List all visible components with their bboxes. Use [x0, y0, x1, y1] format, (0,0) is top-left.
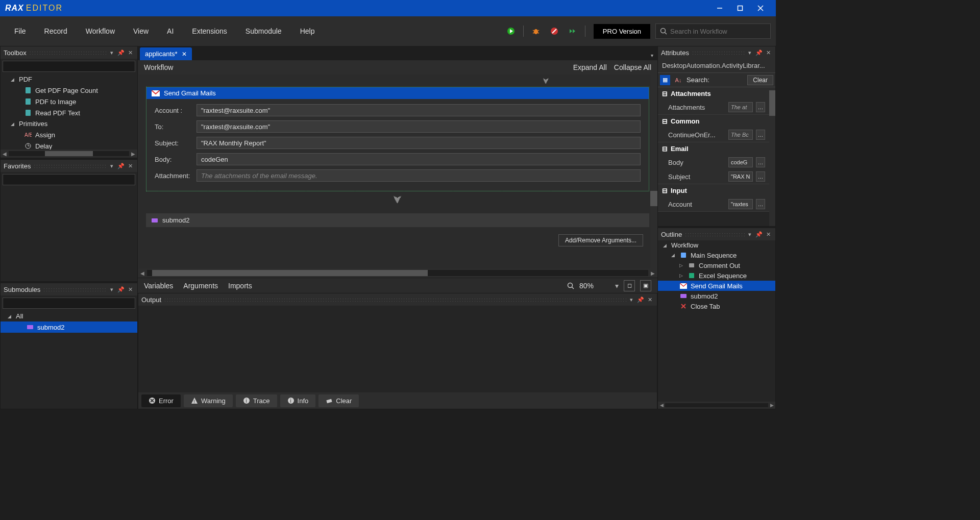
account-input[interactable]: "raxtest@raxsuite.com"	[197, 104, 641, 116]
favorites-pin-icon[interactable]: 📌	[117, 162, 125, 170]
menu-help[interactable]: Help	[291, 24, 324, 38]
outline-close-tab[interactable]: Close Tab	[658, 301, 775, 311]
subject-input[interactable]: "RAX Monthly Report"	[197, 137, 641, 149]
attr-value-continue-on-error[interactable]: The Bc	[728, 130, 753, 140]
workflow-vertical-scrollbar[interactable]	[650, 75, 657, 268]
activity-submod2[interactable]: submod2	[146, 213, 649, 227]
submodules-item-submod2[interactable]: submod2	[1, 321, 137, 333]
submodules-root[interactable]: ◢All	[1, 311, 137, 321]
menu-record[interactable]: Record	[35, 24, 77, 38]
toolbox-item-assign[interactable]: A/BAssign	[1, 129, 137, 140]
add-remove-arguments-button[interactable]: Add/Remove Arguments...	[558, 234, 643, 246]
workflow-canvas[interactable]: ⮟ Send Gmail Mails Account : "raxtest@ra…	[138, 75, 657, 268]
attr-value-subject[interactable]: "RAX N	[728, 171, 753, 182]
attr-options-button[interactable]: …	[756, 157, 765, 167]
outline-close-icon[interactable]: ✕	[764, 230, 772, 238]
filter-clear-button[interactable]: Clear	[318, 394, 359, 407]
toolbox-item-pdf-to-image[interactable]: PDF to Image	[1, 96, 137, 107]
submodules-dropdown-icon[interactable]: ▾	[108, 285, 116, 293]
tab-imports[interactable]: Imports	[228, 282, 252, 290]
toolbox-item-get-pdf-page-count[interactable]: Get PDF Page Count	[1, 85, 137, 96]
workflow-search-input[interactable]	[670, 28, 766, 35]
outline-main-sequence[interactable]: ◢Main Sequence	[658, 250, 775, 260]
zoom-value[interactable]: 80%	[579, 282, 610, 290]
workflow-horizontal-scrollbar[interactable]: ◀▶	[138, 268, 657, 278]
attr-options-button[interactable]: …	[756, 102, 765, 112]
menu-ai[interactable]: AI	[158, 24, 183, 38]
step-button[interactable]	[565, 23, 580, 39]
attr-value-attachments[interactable]: The at	[728, 102, 753, 112]
categorize-icon[interactable]: ▦	[660, 75, 670, 85]
outline-excel-sequence[interactable]: ▷Excel Sequence	[658, 270, 775, 281]
attributes-pin-icon[interactable]: 📌	[755, 48, 763, 57]
submodules-search-input[interactable]	[3, 298, 135, 309]
attr-value-body[interactable]: codeG	[728, 157, 753, 167]
tabs-overflow-icon[interactable]: ▾	[647, 51, 657, 60]
activity-send-gmail-mails[interactable]: Send Gmail Mails Account : "raxtest@raxs…	[146, 87, 649, 191]
menu-workflow[interactable]: Workflow	[77, 24, 124, 38]
outline-horizontal-scrollbar[interactable]: ◀▶	[658, 402, 775, 409]
toolbox-group-pdf[interactable]: ◢PDF	[1, 74, 137, 85]
attributes-clear-button[interactable]: Clear	[747, 75, 773, 85]
overview-button[interactable]: ▣	[640, 280, 651, 291]
outline-send-gmail-mails[interactable]: Send Gmail Mails	[658, 281, 775, 291]
menu-file[interactable]: File	[5, 24, 35, 38]
attr-options-button[interactable]: …	[756, 171, 765, 182]
output-pin-icon[interactable]: 📌	[636, 295, 645, 304]
menu-extensions[interactable]: Extensions	[183, 24, 236, 38]
outline-comment-out[interactable]: ▷Comment Out	[658, 260, 775, 270]
toolbox-dropdown-icon[interactable]: ▾	[108, 48, 116, 57]
menu-submodule[interactable]: Submodule	[236, 24, 291, 38]
toolbox-horizontal-scrollbar[interactable]: ◀ ▶	[1, 150, 137, 158]
attributes-close-icon[interactable]: ✕	[764, 48, 772, 57]
zoom-search-icon[interactable]	[567, 282, 574, 289]
tab-close-icon[interactable]: ✕	[182, 51, 187, 58]
favorites-search-input[interactable]	[3, 174, 135, 185]
attr-group-input[interactable]: ⊟Input	[658, 184, 769, 197]
attr-group-attachments[interactable]: ⊟Attachments	[658, 87, 769, 100]
workflow-search[interactable]	[655, 23, 771, 39]
tab-applicants[interactable]: applicants* ✕	[140, 47, 192, 60]
attr-options-button[interactable]: …	[756, 130, 765, 140]
attachment-input[interactable]: The attachments of the email message.	[197, 169, 641, 182]
tab-arguments[interactable]: Arguments	[183, 282, 218, 290]
toolbox-search-input[interactable]	[3, 61, 135, 72]
toolbox-pin-icon[interactable]: 📌	[117, 48, 125, 57]
output-close-icon[interactable]: ✕	[646, 295, 654, 304]
toolbox-item-delay[interactable]: Delay	[1, 140, 137, 150]
submodules-pin-icon[interactable]: 📌	[117, 285, 125, 293]
attr-group-common[interactable]: ⊟Common	[658, 115, 769, 128]
attr-value-account[interactable]: "raxtes	[728, 199, 753, 209]
run-button[interactable]	[503, 23, 519, 39]
tab-variables[interactable]: Variables	[144, 282, 173, 290]
outline-dropdown-icon[interactable]: ▾	[746, 230, 754, 238]
pro-version-button[interactable]: PRO Version	[594, 24, 650, 39]
debug-button[interactable]	[528, 23, 544, 39]
window-minimize-button[interactable]	[709, 0, 730, 16]
filter-info-button[interactable]: iInfo	[280, 394, 316, 407]
to-input[interactable]: "raxtest@raxsuite.com"	[197, 120, 641, 133]
filter-warning-button[interactable]: !Warning	[184, 394, 233, 407]
attributes-dropdown-icon[interactable]: ▾	[746, 48, 754, 57]
filter-error-button[interactable]: Error	[141, 394, 181, 407]
window-maximize-button[interactable]	[730, 0, 750, 16]
menu-view[interactable]: View	[124, 24, 158, 38]
favorites-dropdown-icon[interactable]: ▾	[108, 162, 116, 170]
favorites-close-icon[interactable]: ✕	[126, 162, 134, 170]
filter-trace-button[interactable]: iTrace	[236, 394, 277, 407]
attr-options-button[interactable]: …	[756, 199, 765, 209]
output-dropdown-icon[interactable]: ▾	[627, 295, 635, 304]
window-close-button[interactable]	[750, 0, 771, 16]
outline-workflow[interactable]: ◢Workflow	[658, 240, 775, 250]
attributes-vertical-scrollbar[interactable]	[769, 87, 775, 226]
expand-all-button[interactable]: Expand All	[573, 63, 607, 71]
outline-submod2[interactable]: submod2	[658, 291, 775, 301]
fit-to-screen-button[interactable]: ◻	[624, 280, 635, 291]
submodules-close-icon[interactable]: ✕	[126, 285, 134, 293]
collapse-all-button[interactable]: Collapse All	[614, 63, 651, 71]
attr-group-email[interactable]: ⊟Email	[658, 142, 769, 155]
toolbox-group-primitives[interactable]: ◢Primitives	[1, 118, 137, 129]
body-input[interactable]: codeGen	[197, 153, 641, 165]
zoom-dropdown-icon[interactable]: ▾	[615, 282, 619, 290]
sort-icon[interactable]: A↓	[673, 75, 683, 85]
